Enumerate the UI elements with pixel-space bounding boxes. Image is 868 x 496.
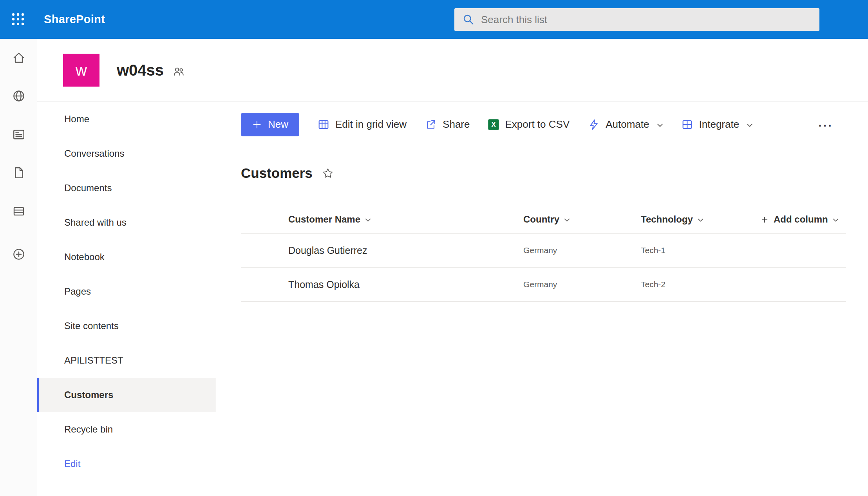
cell-customer-name: Douglas Gutierrez [241, 245, 523, 256]
table-row[interactable]: Douglas Gutierrez Germany Tech-1 [241, 234, 846, 268]
star-icon [322, 168, 334, 181]
chevron-down-icon [657, 123, 663, 127]
automate-flow-icon [588, 118, 600, 131]
sidebar-item-notebook[interactable]: Notebook [37, 240, 216, 274]
chevron-down-icon [365, 218, 371, 222]
ellipsis-icon: … [817, 112, 833, 130]
list-table: Customer Name Country Technology [241, 205, 846, 302]
sidebar-item-shared-with-us[interactable]: Shared with us [37, 205, 216, 240]
share-button[interactable]: Share [425, 118, 470, 131]
table-header-row: Customer Name Country Technology [241, 205, 846, 234]
search-input[interactable] [481, 14, 812, 26]
column-header-country[interactable]: Country [523, 214, 641, 225]
document-icon [12, 166, 26, 181]
sidebar-item-conversations[interactable]: Conversations [37, 136, 216, 171]
column-label: Customer Name [288, 214, 360, 225]
integrate-icon [681, 118, 694, 131]
sidebar-item-apilisttest[interactable]: APILISTTEST [37, 343, 216, 378]
search-icon [462, 13, 475, 26]
sidebar-item-pages[interactable]: Pages [37, 274, 216, 309]
add-column-label: Add column [774, 214, 828, 225]
rail-home-button[interactable] [11, 51, 26, 65]
site-title[interactable]: w04ss [117, 62, 164, 79]
search-box[interactable] [454, 8, 819, 31]
share-icon [425, 118, 437, 131]
share-label: Share [443, 118, 470, 130]
column-header-technology[interactable]: Technology [641, 214, 760, 225]
export-to-csv-button[interactable]: X Export to CSV [488, 118, 570, 130]
sidebar-item-label: Pages [64, 286, 91, 297]
app-rail [0, 39, 37, 496]
rail-globe-button[interactable] [11, 89, 26, 104]
news-icon [12, 127, 26, 143]
suite-bar: SharePoint [0, 0, 868, 39]
command-bar: New Edit in grid view [216, 102, 868, 147]
integrate-button[interactable]: Integrate [681, 118, 753, 131]
waffle-icon [11, 12, 25, 27]
command-overflow-button[interactable]: … [815, 117, 835, 132]
chevron-down-icon [564, 218, 570, 222]
integrate-label: Integrate [699, 118, 740, 130]
nav-edit-link[interactable]: Edit [37, 447, 216, 481]
chevron-down-icon [747, 123, 753, 127]
column-header-customer-name[interactable]: Customer Name [241, 214, 523, 225]
grid-view-icon [317, 118, 330, 131]
sidebar-item-label: Site contents [64, 320, 119, 331]
column-label: Technology [641, 214, 693, 225]
cell-country: Germany [523, 280, 641, 289]
svg-text:X: X [492, 121, 496, 129]
globe-icon [12, 89, 26, 104]
sidebar-item-label: Notebook [64, 252, 105, 262]
site-logo-tile[interactable]: w [63, 54, 99, 87]
sharepoint-brand[interactable]: SharePoint [44, 0, 105, 39]
cell-technology: Tech-2 [641, 280, 760, 289]
cell-country: Germany [523, 246, 641, 255]
rail-create-button[interactable] [11, 247, 26, 262]
rail-lists-button[interactable] [11, 204, 26, 219]
cell-customer-name: Thomas Opiolka [241, 279, 523, 290]
list-rows-icon [12, 204, 26, 219]
sidebar-item-documents[interactable]: Documents [37, 171, 216, 205]
site-header: w w04ss [37, 39, 868, 102]
chevron-down-icon [833, 218, 839, 222]
favorite-button[interactable] [322, 168, 334, 181]
chevron-down-icon [698, 218, 703, 222]
add-column-button[interactable]: Add column [760, 214, 846, 225]
sidebar-item-site-contents[interactable]: Site contents [37, 309, 216, 343]
new-button[interactable]: New [241, 113, 299, 136]
page-title: Customers [241, 165, 313, 181]
table-row[interactable]: Thomas Opiolka Germany Tech-2 [241, 268, 846, 302]
rail-document-button[interactable] [11, 166, 26, 181]
sidebar-item-label: Customers [64, 389, 113, 400]
export-to-csv-label: Export to CSV [505, 118, 570, 130]
sidebar-item-home[interactable]: Home [37, 102, 216, 136]
sidebar-item-label: Recycle bin [64, 424, 113, 435]
plus-circle-icon [12, 247, 26, 262]
excel-icon: X [488, 119, 499, 130]
sidebar-item-label: Shared with us [64, 217, 127, 228]
edit-grid-view-label: Edit in grid view [335, 118, 407, 130]
edit-grid-view-button[interactable]: Edit in grid view [317, 118, 407, 131]
plus-icon [760, 215, 769, 224]
new-button-label: New [268, 118, 288, 130]
list-title-row: Customers [241, 165, 868, 181]
rail-news-button[interactable] [11, 127, 26, 142]
sidebar-item-label: Home [64, 114, 89, 125]
sidebar-item-label: APILISTTEST [64, 355, 123, 366]
app-launcher-button[interactable] [9, 10, 27, 29]
cell-technology: Tech-1 [641, 246, 760, 255]
column-label: Country [523, 214, 559, 225]
sidebar-item-customers[interactable]: Customers [37, 378, 216, 412]
automate-label: Automate [606, 118, 649, 130]
site-nav: Home Conversations Documents Shared with… [37, 102, 216, 496]
home-icon [12, 51, 26, 66]
plus-icon [252, 119, 262, 130]
sidebar-item-recycle-bin[interactable]: Recycle bin [37, 412, 216, 447]
teams-icon [172, 65, 185, 78]
sidebar-item-label: Conversations [64, 148, 124, 159]
automate-button[interactable]: Automate [588, 118, 663, 131]
sharepoint-list-page: SharePoint [0, 0, 868, 496]
sidebar-item-label: Documents [64, 183, 112, 194]
main-content: New Edit in grid view [216, 102, 868, 496]
